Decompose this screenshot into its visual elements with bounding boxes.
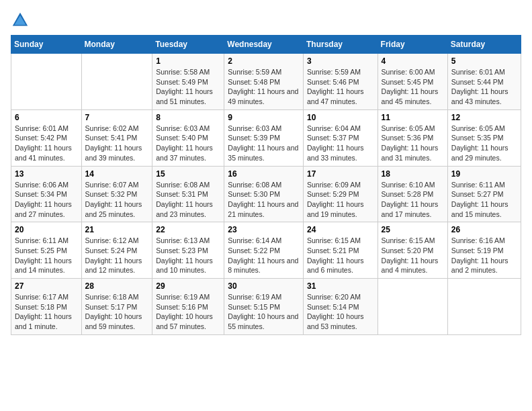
day-number: 25: [382, 225, 444, 234]
calendar-cell: 30Sunrise: 6:19 AMSunset: 5:15 PMDayligh…: [224, 279, 304, 335]
calendar-cell: 18Sunrise: 6:10 AMSunset: 5:28 PMDayligh…: [378, 166, 447, 222]
day-info: Sunrise: 6:04 AMSunset: 5:37 PMDaylight:…: [307, 124, 374, 163]
calendar-cell: [378, 279, 447, 335]
calendar-cell: 31Sunrise: 6:20 AMSunset: 5:14 PMDayligh…: [303, 279, 378, 335]
day-number: 14: [85, 169, 149, 179]
day-info: Sunrise: 6:03 AMSunset: 5:40 PMDaylight:…: [156, 124, 220, 163]
day-number: 27: [15, 281, 78, 291]
day-number: 6: [15, 113, 78, 122]
day-number: 30: [228, 281, 300, 291]
day-number: 17: [307, 169, 374, 179]
column-header-thursday: Thursday: [303, 36, 378, 54]
day-info: Sunrise: 6:08 AMSunset: 5:31 PMDaylight:…: [156, 180, 220, 220]
day-number: 4: [382, 56, 444, 66]
day-number: 24: [307, 225, 374, 234]
day-info: Sunrise: 6:09 AMSunset: 5:29 PMDaylight:…: [307, 180, 374, 220]
calendar-cell: 29Sunrise: 6:19 AMSunset: 5:16 PMDayligh…: [152, 279, 224, 335]
day-number: 16: [228, 169, 300, 179]
calendar-cell: 5Sunrise: 6:01 AMSunset: 5:44 PMDaylight…: [447, 54, 521, 110]
calendar-cell: 10Sunrise: 6:04 AMSunset: 5:37 PMDayligh…: [303, 109, 378, 166]
calendar-week-5: 27Sunrise: 6:17 AMSunset: 5:18 PMDayligh…: [11, 279, 521, 335]
day-info: Sunrise: 6:06 AMSunset: 5:34 PMDaylight:…: [15, 180, 78, 220]
column-header-saturday: Saturday: [447, 36, 521, 54]
day-info: Sunrise: 6:19 AMSunset: 5:16 PMDaylight:…: [156, 292, 220, 332]
calendar-cell: 28Sunrise: 6:18 AMSunset: 5:17 PMDayligh…: [81, 279, 152, 335]
day-number: 8: [156, 113, 220, 122]
logo: [11, 11, 32, 30]
day-info: Sunrise: 6:16 AMSunset: 5:19 PMDaylight:…: [451, 236, 517, 275]
day-info: Sunrise: 6:15 AMSunset: 5:20 PMDaylight:…: [382, 236, 444, 275]
day-number: 7: [85, 113, 149, 122]
day-number: 22: [156, 225, 220, 234]
day-info: Sunrise: 6:07 AMSunset: 5:32 PMDaylight:…: [85, 180, 149, 220]
calendar-cell: [447, 279, 521, 335]
calendar-cell: 9Sunrise: 6:03 AMSunset: 5:39 PMDaylight…: [224, 109, 304, 166]
calendar-week-3: 13Sunrise: 6:06 AMSunset: 5:34 PMDayligh…: [11, 166, 521, 222]
day-number: 28: [85, 281, 149, 291]
column-header-friday: Friday: [378, 36, 447, 54]
day-info: Sunrise: 5:58 AMSunset: 5:49 PMDaylight:…: [156, 67, 220, 107]
day-info: Sunrise: 6:15 AMSunset: 5:21 PMDaylight:…: [307, 236, 374, 275]
day-number: 19: [451, 169, 517, 179]
day-number: 29: [156, 281, 220, 291]
day-info: Sunrise: 6:00 AMSunset: 5:45 PMDaylight:…: [382, 67, 444, 107]
calendar-cell: 8Sunrise: 6:03 AMSunset: 5:40 PMDaylight…: [152, 109, 224, 166]
day-info: Sunrise: 6:11 AMSunset: 5:27 PMDaylight:…: [451, 180, 517, 220]
day-info: Sunrise: 6:17 AMSunset: 5:18 PMDaylight:…: [15, 292, 78, 332]
calendar-cell: 21Sunrise: 6:12 AMSunset: 5:24 PMDayligh…: [81, 222, 152, 279]
day-info: Sunrise: 6:10 AMSunset: 5:28 PMDaylight:…: [382, 180, 444, 220]
calendar-cell: 20Sunrise: 6:11 AMSunset: 5:25 PMDayligh…: [11, 222, 82, 279]
calendar-cell: 3Sunrise: 5:59 AMSunset: 5:46 PMDaylight…: [303, 54, 378, 110]
calendar-cell: 26Sunrise: 6:16 AMSunset: 5:19 PMDayligh…: [447, 222, 521, 279]
calendar-cell: 19Sunrise: 6:11 AMSunset: 5:27 PMDayligh…: [447, 166, 521, 222]
day-info: Sunrise: 6:02 AMSunset: 5:41 PMDaylight:…: [85, 124, 149, 163]
day-number: 1: [156, 56, 220, 66]
calendar-cell: 4Sunrise: 6:00 AMSunset: 5:45 PMDaylight…: [378, 54, 447, 110]
calendar-table: SundayMondayTuesdayWednesdayThursdayFrid…: [11, 35, 521, 335]
calendar-cell: 22Sunrise: 6:13 AMSunset: 5:23 PMDayligh…: [152, 222, 224, 279]
day-number: 18: [382, 169, 444, 179]
day-number: 15: [156, 169, 220, 179]
day-number: 2: [228, 56, 300, 66]
day-info: Sunrise: 6:05 AMSunset: 5:36 PMDaylight:…: [382, 124, 444, 163]
day-number: 20: [15, 225, 78, 234]
day-info: Sunrise: 6:11 AMSunset: 5:25 PMDaylight:…: [15, 236, 78, 275]
day-number: 3: [307, 56, 374, 66]
calendar-cell: 25Sunrise: 6:15 AMSunset: 5:20 PMDayligh…: [378, 222, 447, 279]
column-header-monday: Monday: [81, 36, 152, 54]
column-header-tuesday: Tuesday: [152, 36, 224, 54]
calendar-week-1: 1Sunrise: 5:58 AMSunset: 5:49 PMDaylight…: [11, 54, 521, 110]
day-info: Sunrise: 5:59 AMSunset: 5:48 PMDaylight:…: [228, 67, 300, 107]
calendar-cell: 24Sunrise: 6:15 AMSunset: 5:21 PMDayligh…: [303, 222, 378, 279]
day-info: Sunrise: 6:20 AMSunset: 5:14 PMDaylight:…: [307, 292, 374, 332]
day-info: Sunrise: 6:03 AMSunset: 5:39 PMDaylight:…: [228, 124, 300, 163]
day-info: Sunrise: 6:01 AMSunset: 5:44 PMDaylight:…: [451, 67, 517, 107]
day-number: 10: [307, 113, 374, 122]
day-number: 13: [15, 169, 78, 179]
calendar-cell: 12Sunrise: 6:05 AMSunset: 5:35 PMDayligh…: [447, 109, 521, 166]
calendar-cell: [11, 54, 82, 110]
day-info: Sunrise: 6:18 AMSunset: 5:17 PMDaylight:…: [85, 292, 149, 332]
calendar-cell: 23Sunrise: 6:14 AMSunset: 5:22 PMDayligh…: [224, 222, 304, 279]
page-header: [11, 11, 521, 30]
day-info: Sunrise: 5:59 AMSunset: 5:46 PMDaylight:…: [307, 67, 374, 107]
calendar-cell: 2Sunrise: 5:59 AMSunset: 5:48 PMDaylight…: [224, 54, 304, 110]
day-info: Sunrise: 6:14 AMSunset: 5:22 PMDaylight:…: [228, 236, 300, 275]
calendar-cell: 27Sunrise: 6:17 AMSunset: 5:18 PMDayligh…: [11, 279, 82, 335]
calendar-cell: 13Sunrise: 6:06 AMSunset: 5:34 PMDayligh…: [11, 166, 82, 222]
calendar-week-2: 6Sunrise: 6:01 AMSunset: 5:42 PMDaylight…: [11, 109, 521, 166]
calendar-cell: [81, 54, 152, 110]
calendar-cell: 1Sunrise: 5:58 AMSunset: 5:49 PMDaylight…: [152, 54, 224, 110]
calendar-cell: 15Sunrise: 6:08 AMSunset: 5:31 PMDayligh…: [152, 166, 224, 222]
column-header-sunday: Sunday: [11, 36, 82, 54]
day-number: 31: [307, 281, 374, 291]
logo-icon: [11, 11, 30, 30]
day-info: Sunrise: 6:19 AMSunset: 5:15 PMDaylight:…: [228, 292, 300, 332]
day-number: 5: [451, 56, 517, 66]
day-info: Sunrise: 6:13 AMSunset: 5:23 PMDaylight:…: [156, 236, 220, 275]
day-info: Sunrise: 6:05 AMSunset: 5:35 PMDaylight:…: [451, 124, 517, 163]
calendar-cell: 14Sunrise: 6:07 AMSunset: 5:32 PMDayligh…: [81, 166, 152, 222]
calendar-cell: 7Sunrise: 6:02 AMSunset: 5:41 PMDaylight…: [81, 109, 152, 166]
calendar-week-4: 20Sunrise: 6:11 AMSunset: 5:25 PMDayligh…: [11, 222, 521, 279]
calendar-cell: 17Sunrise: 6:09 AMSunset: 5:29 PMDayligh…: [303, 166, 378, 222]
